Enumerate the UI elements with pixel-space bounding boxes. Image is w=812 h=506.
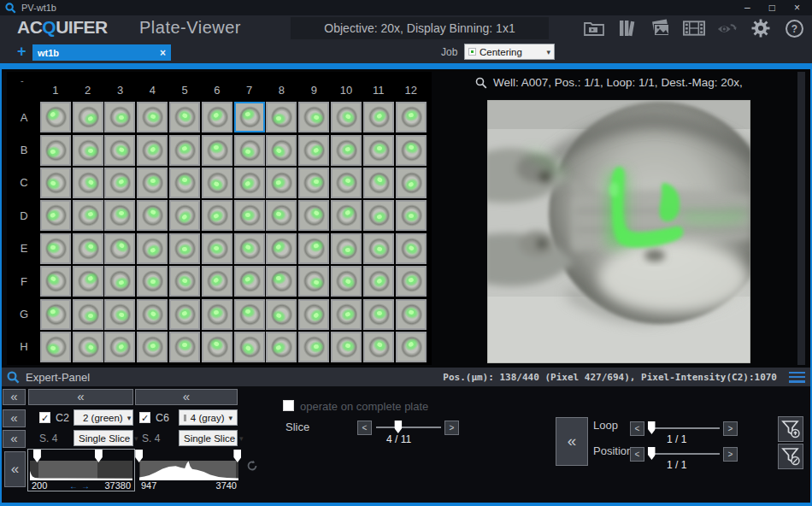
well-F5[interactable]	[169, 266, 200, 297]
loop-prev-button[interactable]: <	[630, 421, 644, 436]
well-E9[interactable]	[298, 233, 329, 264]
well-F8[interactable]	[266, 266, 297, 297]
viewer-scrollbar[interactable]	[797, 72, 805, 365]
channel-c2-color-select[interactable]: 2 (green) ▾	[74, 409, 133, 426]
movie-icon[interactable]	[683, 18, 705, 38]
live-view-icon[interactable]	[716, 18, 738, 38]
well-B1[interactable]	[40, 135, 71, 166]
slider-track[interactable]	[376, 427, 441, 428]
well-image-view[interactable]	[487, 100, 750, 363]
well-B7[interactable]	[234, 135, 265, 166]
well-D2[interactable]	[73, 200, 103, 231]
well-F4[interactable]	[137, 266, 168, 297]
well-A8[interactable]	[266, 102, 297, 132]
well-H12[interactable]	[396, 332, 427, 362]
well-G7[interactable]	[234, 299, 265, 330]
well-C8[interactable]	[266, 168, 297, 198]
well-E1[interactable]	[40, 233, 71, 264]
well-G6[interactable]	[202, 299, 232, 330]
well-A4[interactable]	[137, 102, 168, 132]
well-H5[interactable]	[169, 332, 200, 362]
well-E8[interactable]	[266, 233, 297, 264]
well-C1[interactable]	[40, 168, 71, 198]
well-G11[interactable]	[363, 299, 394, 330]
well-D3[interactable]	[104, 200, 135, 231]
well-B12[interactable]	[396, 135, 427, 166]
operate-complete-plate-checkbox[interactable]	[283, 400, 294, 411]
well-D1[interactable]	[40, 200, 71, 231]
channel-c6-slice-select[interactable]: Single Slice ▾	[179, 430, 238, 446]
auto-range-arrows-icon[interactable]: ←→	[32, 481, 131, 491]
well-G1[interactable]	[40, 299, 71, 330]
well-B4[interactable]	[137, 135, 168, 166]
channel-c2-checkbox[interactable]: ✓	[39, 412, 50, 423]
well-H9[interactable]	[298, 332, 329, 362]
collapse-row-button[interactable]: «	[3, 430, 26, 448]
well-G12[interactable]	[396, 299, 427, 330]
maximize-button[interactable]: □	[769, 1, 775, 15]
collapse-channel2-button[interactable]: «	[135, 389, 238, 405]
well-B11[interactable]	[363, 135, 394, 166]
snapshots-icon[interactable]	[650, 18, 672, 38]
channel-c6-color-select[interactable]: 4 (gray) ▾	[179, 409, 238, 426]
channel-c2-slice-select[interactable]: Single Slice ▾	[74, 430, 133, 446]
well-A6[interactable]	[202, 102, 232, 132]
well-B5[interactable]	[169, 135, 200, 166]
well-A3[interactable]	[104, 102, 135, 132]
well-C2[interactable]	[73, 168, 103, 198]
well-D11[interactable]	[363, 200, 394, 231]
loop-slider-handle[interactable]	[648, 421, 656, 434]
well-F6[interactable]	[202, 266, 232, 297]
library-icon[interactable]	[616, 18, 638, 38]
well-A1[interactable]	[40, 102, 71, 132]
well-F1[interactable]	[40, 266, 71, 297]
job-select[interactable]: Centering ▾	[464, 44, 555, 60]
well-G5[interactable]	[169, 299, 200, 330]
well-H6[interactable]	[202, 332, 232, 362]
well-F2[interactable]	[73, 266, 103, 297]
slice-slider-handle[interactable]	[394, 421, 402, 433]
well-A5[interactable]	[169, 102, 200, 132]
well-B10[interactable]	[331, 135, 362, 166]
close-button[interactable]: ×	[794, 1, 800, 15]
well-E5[interactable]	[169, 233, 200, 264]
well-E6[interactable]	[202, 233, 232, 264]
help-icon[interactable]: ?	[783, 18, 805, 38]
slice-prev-button[interactable]: <	[357, 421, 372, 435]
collapse-channel1-button[interactable]: «	[28, 389, 133, 405]
collapse-row-button[interactable]: «	[3, 409, 26, 427]
well-B9[interactable]	[298, 135, 329, 166]
well-G2[interactable]	[73, 299, 103, 330]
slice-next-button[interactable]: >	[444, 421, 459, 435]
well-E3[interactable]	[104, 233, 135, 264]
well-B6[interactable]	[202, 135, 232, 166]
well-E12[interactable]	[396, 233, 427, 264]
well-E10[interactable]	[331, 233, 362, 264]
collapse-row-button[interactable]: «	[3, 389, 26, 405]
well-D4[interactable]	[137, 200, 168, 231]
well-H10[interactable]	[331, 332, 362, 362]
well-C12[interactable]	[396, 168, 427, 198]
well-F12[interactable]	[396, 266, 427, 297]
well-C3[interactable]	[104, 168, 135, 198]
well-B3[interactable]	[104, 135, 135, 166]
well-E11[interactable]	[363, 233, 394, 264]
well-H7[interactable]	[234, 332, 265, 362]
well-G10[interactable]	[331, 299, 362, 330]
well-C11[interactable]	[363, 168, 394, 198]
well-C7[interactable]	[234, 168, 265, 198]
collapse-histograms-button[interactable]: «	[4, 451, 26, 487]
well-D6[interactable]	[202, 200, 232, 231]
well-C6[interactable]	[202, 168, 232, 198]
minimize-button[interactable]: –	[744, 1, 750, 15]
well-G3[interactable]	[104, 299, 135, 330]
well-F9[interactable]	[298, 266, 329, 297]
well-G4[interactable]	[137, 299, 168, 330]
well-G8[interactable]	[266, 299, 297, 330]
well-D5[interactable]	[169, 200, 200, 231]
collapse-loop-position-button[interactable]: «	[556, 417, 588, 466]
well-H1[interactable]	[40, 332, 71, 362]
position-prev-button[interactable]: <	[630, 447, 644, 462]
position-slider-handle[interactable]	[648, 447, 656, 460]
well-H11[interactable]	[363, 332, 394, 362]
